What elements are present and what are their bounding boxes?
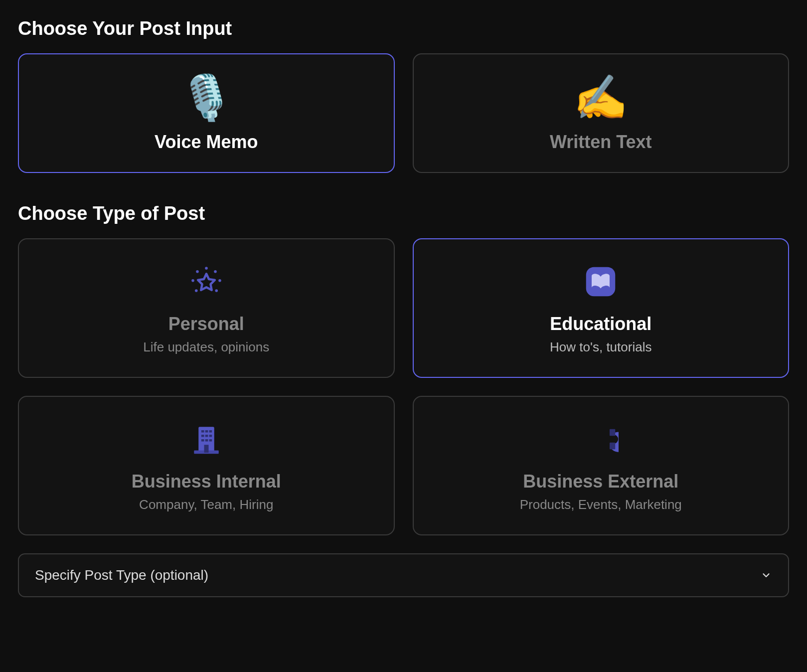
writing-hand-icon: ✍️ [573, 74, 628, 122]
dropdown-label: Specify Post Type (optional) [35, 567, 208, 583]
card-label-business-internal: Business Internal [132, 471, 281, 492]
svg-rect-13 [201, 435, 204, 437]
svg-rect-17 [205, 439, 208, 442]
svg-point-4 [195, 289, 198, 292]
post-type-section: Choose Type of Post Personal [18, 203, 789, 597]
svg-point-3 [215, 289, 218, 292]
card-label-educational: Educational [550, 314, 651, 335]
svg-rect-16 [201, 439, 204, 442]
card-sublabel-personal: Life updates, opinions [143, 339, 269, 355]
card-label-personal: Personal [168, 314, 244, 335]
svg-rect-15 [209, 435, 212, 437]
microphone-icon: 🎙️ [179, 74, 234, 122]
svg-point-2 [218, 279, 221, 282]
svg-rect-21 [610, 442, 615, 449]
svg-point-0 [205, 267, 208, 270]
svg-rect-14 [205, 435, 208, 437]
chevron-down-icon [760, 569, 772, 581]
card-sublabel-business-internal: Company, Team, Hiring [139, 497, 273, 512]
section-title-input: Choose Your Post Input [18, 18, 789, 39]
card-sublabel-educational: How to's, tutorials [550, 339, 651, 355]
specify-post-type-dropdown[interactable]: Specify Post Type (optional) [18, 553, 789, 597]
magnet-icon [583, 419, 619, 459]
card-label-written: Written Text [550, 132, 652, 153]
svg-rect-11 [205, 430, 208, 433]
svg-rect-10 [201, 430, 204, 433]
section-title-type: Choose Type of Post [18, 203, 789, 224]
svg-point-5 [191, 279, 194, 282]
type-card-grid: Personal Life updates, opinions Educatio… [18, 238, 789, 535]
input-card-grid: 🎙️ Voice Memo ✍️ Written Text [18, 53, 789, 173]
building-icon [188, 419, 224, 459]
card-business-external[interactable]: Business External Products, Events, Mark… [413, 396, 790, 535]
book-icon [583, 262, 619, 302]
card-label-voice: Voice Memo [155, 132, 258, 153]
card-written-text[interactable]: ✍️ Written Text [413, 53, 790, 173]
card-business-internal[interactable]: Business Internal Company, Team, Hiring [18, 396, 395, 535]
card-sublabel-business-external: Products, Events, Marketing [520, 497, 682, 512]
svg-rect-18 [209, 439, 212, 442]
svg-rect-12 [209, 430, 212, 433]
card-educational[interactable]: Educational How to's, tutorials [413, 238, 790, 378]
card-voice-memo[interactable]: 🎙️ Voice Memo [18, 53, 395, 173]
svg-point-6 [196, 270, 199, 273]
svg-point-1 [214, 270, 217, 273]
card-label-business-external: Business External [523, 471, 678, 492]
svg-rect-20 [610, 429, 615, 436]
post-input-section: Choose Your Post Input 🎙️ Voice Memo ✍️ … [18, 18, 789, 173]
star-sparkle-icon [188, 262, 224, 302]
svg-rect-19 [204, 445, 208, 453]
card-personal[interactable]: Personal Life updates, opinions [18, 238, 395, 378]
